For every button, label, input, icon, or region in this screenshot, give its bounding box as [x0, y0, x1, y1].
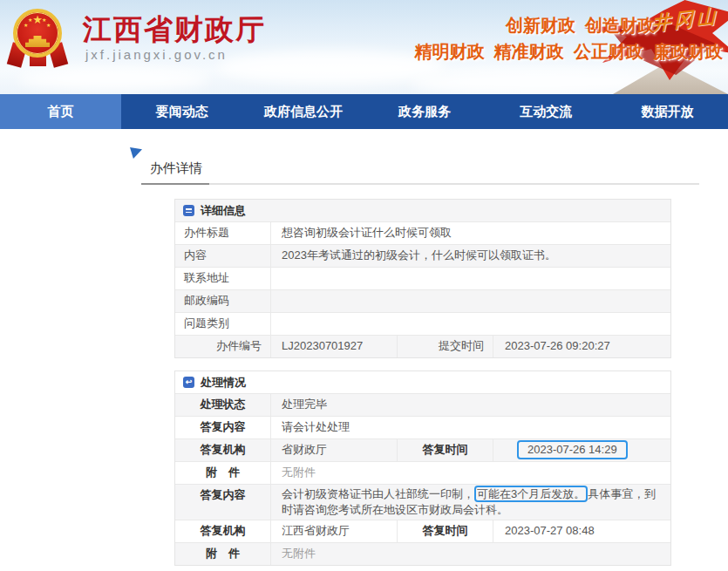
row-label: 答复时间 [398, 439, 493, 461]
emblem-star-icon: ★ [28, 17, 32, 23]
main-nav: 首页 要闻动态 政府信息公开 政务服务 互动交流 数据开放 [0, 94, 728, 129]
table-row: 邮政编码 [175, 289, 670, 312]
site-title[interactable]: 江西省财政厅 [83, 10, 266, 50]
main-content: 办件详情 详细信息 办件标题 想咨询初级会计证什么时候可领取 内容 2023年考… [0, 129, 728, 571]
table-row: 答复机构 省财政厅 答复时间 2023-07-26 14:29 [175, 438, 670, 461]
detail-info-table: 详细信息 办件标题 想咨询初级会计证什么时候可领取 内容 2023年考试通过的初… [174, 199, 671, 358]
reply-org: 江西省财政厅 [271, 520, 398, 542]
row-label: 联系地址 [175, 268, 271, 289]
attachment-value: 无附件 [271, 543, 670, 565]
table-row: 答复内容 请会计处处理 [175, 416, 670, 438]
attachment-value: 无附件 [271, 462, 670, 484]
row-value [271, 290, 670, 312]
row-value: 想咨询初级会计证什么时候可领取 [271, 222, 670, 244]
row-label: 办件编号 [175, 336, 271, 357]
list-icon [183, 205, 194, 216]
table-row: 办件标题 想咨询初级会计证什么时候可领取 [175, 221, 670, 244]
section-title: 处理情况 [201, 375, 246, 391]
submit-time: 2023-07-26 09:20:27 [493, 336, 670, 357]
reply-org: 省财政厅 [271, 439, 398, 461]
reply-content: 请会计处处理 [271, 417, 670, 438]
row-label: 答复内容 [175, 485, 271, 520]
row-label: 答复时间 [398, 520, 493, 542]
table-row: 联系地址 [175, 267, 670, 289]
table-row: 答复机构 江西省财政厅 答复时间 2023-07-27 08:48 [175, 520, 670, 542]
page-title: 办件详情 [150, 160, 202, 177]
cloud-decoration [218, 51, 445, 84]
table-row-meta: 办件编号 LJ20230701927 提交时间 2023-07-26 09:20… [175, 335, 670, 357]
slogan-line-1: 创新财政 创造财政 [506, 14, 655, 37]
row-value [271, 313, 670, 335]
nav-item-news[interactable]: 要闻动态 [121, 94, 242, 129]
reply-icon [183, 377, 194, 388]
slogan-line-2: 精明财政 精准财政 公正财政 廉政财政 [415, 40, 723, 64]
table-row: 问题类别 [175, 312, 670, 335]
row-label: 附 件 [175, 462, 271, 484]
row-label: 处理状态 [175, 394, 271, 416]
nav-item-home[interactable]: 首页 [0, 94, 121, 129]
reply-time-cell: 2023-07-26 14:29 [493, 439, 670, 461]
corner-triangle-marker [130, 147, 142, 159]
section-title: 详细信息 [201, 203, 246, 219]
nav-item-gov-info[interactable]: 政府信息公开 [242, 94, 364, 129]
site-header: ★ ★ ★ ★ ★ 江西省财政厅 jxf.jiangxi.gov.cn 创新财政… [0, 0, 728, 94]
row-value: 2023年考试通过的初级会计，什么时候可以领取证书。 [271, 245, 670, 267]
case-number: LJ20230701927 [271, 336, 398, 357]
reply-time: 2023-07-27 08:48 [493, 520, 670, 542]
table-row: 处理状态 处理完毕 [175, 393, 670, 416]
detail-info-header: 详细信息 [175, 200, 670, 221]
emblem-star-icon: ★ [42, 17, 46, 23]
table-row: 内容 2023年考试通过的初级会计，什么时候可以领取证书。 [175, 244, 670, 267]
row-label: 答复机构 [175, 520, 271, 542]
title-divider [141, 183, 699, 185]
site-url: jxf.jiangxi.gov.cn [85, 47, 228, 62]
row-label: 提交时间 [398, 336, 493, 357]
row-label: 附 件 [175, 543, 271, 565]
row-label: 内容 [175, 245, 271, 267]
table-row: 答复内容 会计初级资格证书由人社部统一印制，可能在3个月后发放。具体事宜，到时请… [175, 484, 670, 520]
process-info-table: 处理情况 处理状态 处理完毕 答复内容 请会计处处理 答复机构 省财政厅 答复时… [174, 370, 671, 566]
nav-item-interaction[interactable]: 互动交流 [486, 94, 607, 129]
national-emblem-logo[interactable]: ★ ★ ★ ★ ★ [5, 3, 71, 71]
emblem-circle: ★ ★ ★ ★ ★ [13, 9, 62, 58]
row-label: 办件标题 [175, 222, 271, 244]
table-row: 附 件 无附件 [175, 461, 670, 484]
row-label: 答复机构 [175, 439, 271, 461]
row-label: 问题类别 [175, 313, 271, 335]
reply-text-pre: 会计初级资格证书由人社部统一印制， [282, 487, 474, 500]
highlighted-reply-time: 2023-07-26 14:29 [517, 440, 628, 459]
table-row: 附 件 无附件 [175, 542, 670, 565]
row-label: 答复内容 [175, 417, 271, 438]
emblem-star-icon: ★ [46, 23, 51, 28]
highlighted-reply-text: 可能在3个月后发放。 [474, 486, 588, 502]
row-value [271, 268, 670, 289]
process-status: 处理完毕 [271, 394, 670, 416]
nav-item-services[interactable]: 政务服务 [364, 94, 486, 129]
row-label: 邮政编码 [175, 290, 271, 312]
nav-item-open-data[interactable]: 数据开放 [607, 94, 728, 129]
process-info-header: 处理情况 [175, 371, 670, 393]
emblem-star-icon: ★ [24, 23, 28, 28]
reply-content: 会计初级资格证书由人社部统一印制，可能在3个月后发放。具体事宜，到时请咨询您考试… [271, 485, 670, 520]
emblem-gate-icon [25, 36, 50, 47]
